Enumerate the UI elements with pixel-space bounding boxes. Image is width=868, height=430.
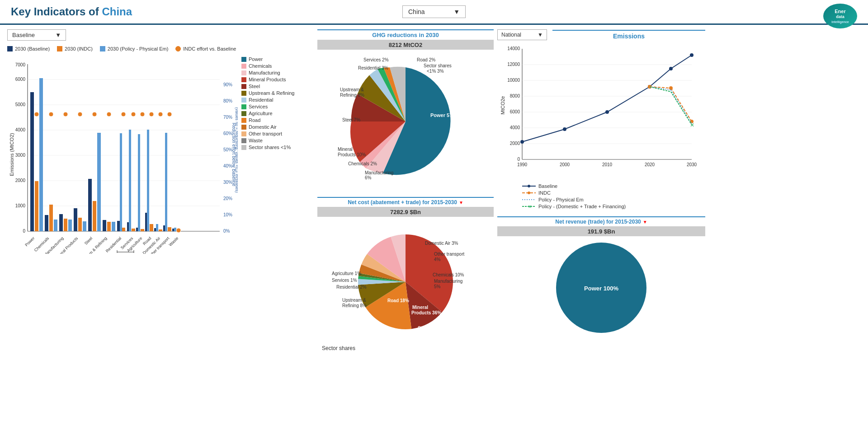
legend-item-manufacturing: Manufacturing [241, 70, 314, 75]
svg-text:Residential: Residential [105, 236, 123, 253]
ghg-title: GHG reductions in 2030 [317, 29, 494, 40]
net-revenue-red-triangle: ▼ [643, 220, 647, 224]
svg-text:Services 1%: Services 1% [332, 278, 357, 283]
svg-text:Products 36%: Products 36% [411, 310, 441, 315]
svg-text:<1% 3%: <1% 3% [427, 69, 444, 74]
legend-item-upstream: Upstream & Refining [241, 90, 314, 96]
svg-text:Upstream &: Upstream & [340, 87, 364, 92]
svg-point-46 [92, 112, 97, 117]
svg-point-54 [121, 112, 126, 117]
svg-text:2020: 2020 [645, 162, 655, 167]
svg-text:1000: 1000 [15, 203, 26, 208]
legend-item-effort: INDC effort vs. Baseline [175, 46, 236, 51]
net-cost-pie-svg: Chemicals 10% Manufacturing 5% Other tra… [317, 219, 494, 345]
svg-text:Buildings: Buildings [116, 253, 135, 254]
net-cost-value: 7282.9 $Bn [317, 207, 494, 217]
svg-rect-56 [132, 229, 135, 231]
svg-rect-44 [93, 201, 96, 231]
country-dropdown-arrow: ▼ [453, 8, 460, 15]
legend-item-mineral-products: Mineral Products [241, 77, 314, 82]
svg-rect-77 [174, 228, 176, 231]
svg-point-153 [669, 67, 673, 70]
svg-rect-72 [168, 227, 171, 231]
legend-item-steel: Steel [241, 84, 314, 89]
svg-point-42 [78, 112, 82, 117]
svg-text:2000: 2000 [510, 141, 520, 146]
svg-point-34 [49, 112, 53, 117]
svg-rect-65 [147, 130, 149, 231]
svg-line-163 [671, 92, 692, 125]
bar-chart-container: Emissions (MtCO2) Reduction effort below… [7, 55, 238, 255]
svg-text:2030: 2030 [687, 162, 697, 167]
ghg-pie-svg: Power 57% Manufacturing 6% Chemicals 2% … [317, 51, 494, 192]
legend-item-chemicals: Chemicals [241, 63, 314, 69]
svg-text:Refining 8%: Refining 8% [340, 93, 364, 98]
sector-shares-label: Sector shares [317, 345, 494, 351]
indc-legend-icon [57, 46, 62, 51]
svg-text:2000: 2000 [15, 178, 26, 183]
emissions-legend-baseline: Baseline [522, 183, 705, 189]
svg-rect-57 [129, 130, 131, 231]
svg-text:Other transport: Other transport [434, 252, 464, 257]
svg-text:0%: 0% [223, 229, 230, 234]
legend-item-services: Services [241, 104, 314, 109]
svg-text:1990: 1990 [517, 162, 528, 167]
svg-text:Steel 12%: Steel 12% [418, 326, 439, 331]
emissions-header: National ▼ Emissions [497, 29, 705, 40]
svg-point-150 [563, 127, 566, 131]
svg-text:70%: 70% [223, 115, 232, 120]
svg-point-70 [158, 112, 163, 117]
policy-legend-icon [100, 46, 105, 51]
emissions-legend-indc: INDC [522, 190, 705, 196]
svg-line-156 [671, 88, 692, 122]
page-title: Key Indicators of China [11, 5, 132, 18]
baseline-dropdown[interactable]: Baseline ▼ [7, 29, 66, 41]
main-content: Baseline ▼ 2030 (Baseline) 2030 (INDC) 2… [0, 25, 868, 356]
svg-rect-43 [88, 179, 92, 231]
svg-rect-64 [150, 224, 153, 231]
svg-text:Manufacturing: Manufacturing [434, 279, 462, 284]
ghg-section: GHG reductions in 2030 8212 MtCO2 [317, 29, 494, 192]
svg-text:Sector shares: Sector shares [424, 63, 452, 68]
svg-rect-40 [78, 218, 82, 231]
net-revenue-pie-svg: Power 100% [547, 238, 656, 337]
svg-rect-69 [156, 224, 158, 231]
net-revenue-section: Net revenue (trade) for 2015-2030 ▼ 191.… [497, 216, 705, 337]
svg-text:10000: 10000 [507, 78, 520, 83]
svg-rect-68 [159, 229, 162, 231]
legend-item-other-transport: Other transport [241, 131, 314, 136]
svg-text:Mineral: Mineral [412, 305, 428, 310]
svg-text:10%: 10% [223, 212, 232, 217]
emissions-title: Emissions [552, 30, 705, 40]
sector-legend: Power Chemicals Manufacturing Mineral Pr… [241, 56, 314, 150]
ghg-pie-container: Power 57% Manufacturing 6% Chemicals 2% … [317, 51, 494, 192]
svg-point-38 [63, 112, 68, 117]
svg-text:Upstream & Refining: Upstream & Refining [78, 236, 108, 254]
svg-text:Manufacturing: Manufacturing [365, 170, 393, 175]
effort-legend-icon [175, 46, 181, 51]
svg-point-30 [34, 112, 39, 117]
svg-rect-32 [49, 205, 53, 231]
svg-text:MtCO2e: MtCO2e [500, 96, 505, 115]
header: Key Indicators of China China ▼ Enerdata… [0, 0, 868, 25]
net-cost-section: Net cost (abatement + trade) for 2015-20… [317, 197, 494, 351]
baseline-dropdown-arrow: ▼ [55, 32, 61, 38]
svg-rect-28 [35, 181, 38, 231]
svg-point-158 [669, 86, 673, 90]
country-dropdown[interactable]: China ▼ [402, 5, 466, 18]
national-dropdown[interactable]: National ▼ [497, 29, 547, 40]
legend-item-policy: 2030 (Policy - Physical Em) [100, 46, 169, 51]
svg-rect-35 [59, 214, 63, 231]
bar-chart-svg: Emissions (MtCO2) Reduction effort below… [7, 55, 238, 254]
net-revenue-pie-container: Power 100% [497, 238, 705, 337]
svg-rect-29 [39, 78, 43, 231]
enerdata-logo: Enerdata Intelligence [823, 4, 857, 28]
national-dropdown-arrow: ▼ [538, 32, 543, 38]
svg-text:50%: 50% [223, 147, 232, 152]
svg-point-78 [176, 228, 181, 233]
svg-text:Steel: Steel [84, 236, 94, 246]
left-panel: Baseline ▼ 2030 (Baseline) 2030 (INDC) 2… [7, 29, 238, 351]
svg-rect-53 [120, 133, 122, 231]
svg-rect-48 [107, 222, 111, 231]
svg-text:Residential 2%: Residential 2% [336, 285, 367, 290]
